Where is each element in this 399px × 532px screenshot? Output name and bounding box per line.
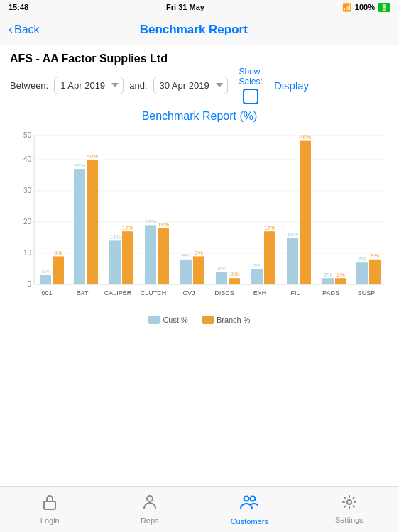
svg-text:30: 30 (23, 187, 32, 194)
svg-rect-24 (109, 240, 121, 284)
status-time: 15:48 (9, 3, 28, 11)
svg-text:2%: 2% (230, 271, 239, 277)
svg-text:CLUTCH: CLUTCH (141, 289, 167, 297)
svg-text:8%: 8% (371, 253, 379, 259)
svg-text:2%: 2% (324, 272, 332, 278)
battery-icon: 🔋 (378, 3, 390, 12)
svg-text:CVJ: CVJ (182, 289, 195, 297)
svg-text:001: 001 (41, 289, 52, 297)
back-label: Back (14, 23, 40, 36)
svg-text:14%: 14% (109, 234, 121, 240)
svg-rect-29 (145, 225, 156, 284)
svg-text:9%: 9% (54, 250, 62, 256)
svg-text:40%: 40% (87, 153, 98, 160)
date-from-select[interactable]: 1 Apr 2019 (54, 77, 124, 94)
svg-text:17%: 17% (264, 225, 275, 231)
svg-rect-16 (53, 256, 64, 284)
svg-rect-59 (356, 262, 368, 284)
svg-point-68 (347, 500, 351, 504)
between-label: Between: (10, 80, 48, 91)
tab-bar: Login Reps Customers Setti (0, 486, 399, 532)
display-button[interactable]: Display (274, 79, 309, 92)
svg-text:DISCS: DISCS (214, 289, 234, 297)
company-name: AFS - AA Factor Supplies Ltd (10, 52, 389, 65)
svg-text:0: 0 (27, 280, 31, 288)
svg-rect-21 (87, 160, 98, 284)
svg-point-66 (244, 497, 249, 501)
svg-rect-49 (287, 238, 298, 284)
show-sales-checkbox[interactable] (243, 89, 258, 104)
legend-branch: Branch % (202, 316, 251, 324)
svg-text:40: 40 (23, 155, 32, 163)
main-content: AFS - AA Factor Supplies Ltd Between: 1 … (0, 45, 399, 324)
svg-rect-31 (158, 228, 169, 284)
svg-rect-54 (322, 278, 334, 284)
svg-text:19%: 19% (145, 218, 156, 225)
chart-wrapper: 0 10 20 30 40 50 3% 9% 001 37% 40% (11, 128, 388, 313)
svg-rect-14 (40, 275, 51, 284)
svg-text:15%: 15% (287, 231, 298, 238)
nav-title: Benchmark Report (140, 23, 248, 37)
svg-point-65 (147, 496, 153, 501)
chevron-left-icon: ‹ (9, 22, 13, 37)
wifi-icon: 📶 (342, 3, 352, 12)
show-sales-label: ShowSales: (239, 67, 263, 87)
svg-rect-34 (180, 260, 192, 284)
tab-login-label: Login (40, 516, 60, 525)
svg-text:10: 10 (23, 249, 32, 257)
date-to-select[interactable]: 30 Apr 2019 (153, 77, 228, 94)
tab-settings[interactable]: Settings (321, 494, 378, 524)
svg-text:PADS: PADS (322, 289, 339, 297)
svg-text:4%: 4% (217, 265, 226, 272)
tab-login[interactable]: Login (21, 494, 78, 525)
legend-branch-label: Branch % (217, 316, 251, 324)
svg-text:46%: 46% (300, 134, 311, 140)
svg-text:EXH: EXH (253, 289, 267, 297)
tab-reps[interactable]: Reps (121, 494, 178, 525)
svg-text:17%: 17% (122, 225, 133, 231)
svg-rect-41 (229, 278, 240, 284)
svg-text:8%: 8% (182, 253, 190, 259)
legend-branch-swatch (202, 316, 214, 324)
svg-rect-46 (264, 231, 275, 284)
svg-text:SUSP: SUSP (358, 289, 376, 297)
date-row: Between: 1 Apr 2019 and: 30 Apr 2019 Sho… (10, 67, 389, 104)
svg-rect-44 (251, 269, 263, 284)
tab-settings-label: Settings (335, 516, 364, 524)
person-icon (142, 494, 158, 515)
chart-title: Benchmark Report (%) (11, 110, 388, 123)
tab-customers[interactable]: Customers (221, 493, 278, 526)
status-bar: 15:48 Fri 31 May 📶 100% 🔋 (0, 0, 399, 14)
chart-container: Benchmark Report (%) 0 10 20 30 40 50 (10, 110, 389, 324)
legend-cust-label: Cust % (163, 316, 187, 324)
tab-customers-label: Customers (231, 517, 268, 526)
svg-text:FIL: FIL (290, 289, 300, 297)
svg-point-67 (251, 497, 256, 501)
legend-cust-swatch (148, 316, 160, 324)
tab-reps-label: Reps (141, 516, 159, 525)
svg-rect-61 (369, 260, 381, 284)
back-button[interactable]: ‹ Back (9, 22, 40, 37)
and-label: and: (129, 80, 147, 91)
svg-rect-36 (193, 256, 204, 284)
legend-cust: Cust % (148, 316, 187, 324)
svg-text:CALIPER: CALIPER (104, 289, 132, 297)
svg-text:9%: 9% (195, 250, 203, 256)
svg-rect-64 (44, 501, 55, 509)
lock-icon (42, 494, 58, 515)
svg-rect-19 (74, 169, 85, 284)
svg-text:20: 20 (23, 218, 32, 226)
chart-legend: Cust % Branch % (11, 316, 388, 324)
svg-text:3%: 3% (41, 268, 50, 275)
svg-text:50: 50 (23, 131, 32, 139)
svg-text:2%: 2% (337, 272, 345, 278)
svg-text:5%: 5% (253, 262, 261, 269)
battery-label: 100% (355, 3, 375, 11)
gear-icon (341, 494, 357, 514)
svg-text:37%: 37% (74, 162, 85, 169)
nav-bar: ‹ Back Benchmark Report (0, 14, 399, 45)
svg-rect-56 (335, 278, 346, 284)
show-sales-container: ShowSales: (239, 67, 263, 104)
status-right: 📶 100% 🔋 (342, 3, 390, 12)
bar-chart: 0 10 20 30 40 50 3% 9% 001 37% 40% (11, 128, 388, 313)
